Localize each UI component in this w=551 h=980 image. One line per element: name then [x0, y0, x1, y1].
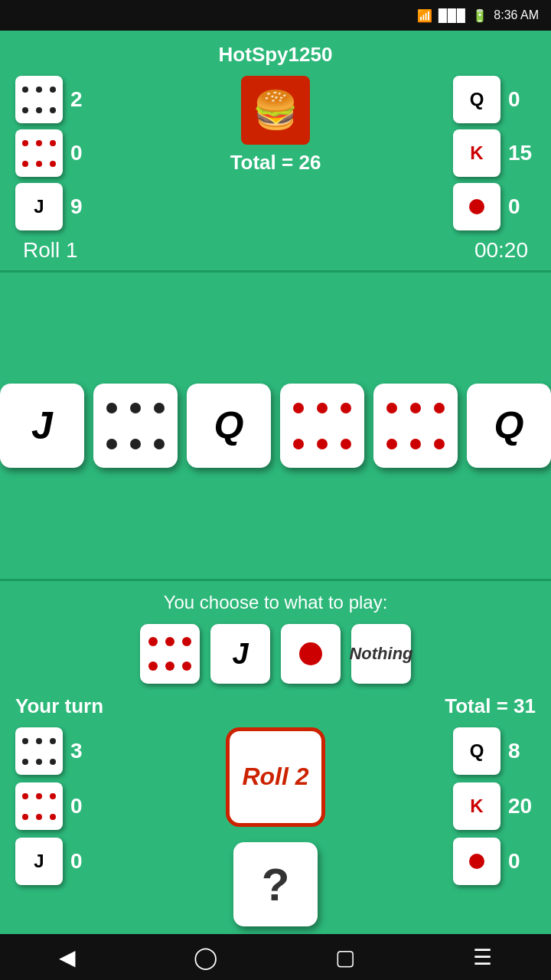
die-6black-large[interactable]: [93, 384, 178, 468]
score-q: 0: [508, 87, 536, 112]
roll2-label: Roll 2: [242, 763, 308, 790]
j-bottom-label: J: [34, 851, 44, 872]
dot-red: [341, 439, 351, 449]
center-info: 🍔 Total = 26: [230, 76, 321, 175]
nav-bar: ◀ ◯ ▢ ☰: [0, 934, 551, 980]
dot: [50, 87, 56, 93]
die-reddot-bottom: [453, 838, 500, 885]
dots-grid-large: [93, 384, 178, 468]
dot: [130, 403, 141, 413]
dot-red: [317, 403, 328, 413]
choice-j-button[interactable]: J: [210, 624, 270, 684]
total-display: Total = 26: [230, 151, 321, 175]
dot: [22, 738, 28, 744]
dot: [36, 87, 42, 93]
dot-red: [293, 439, 304, 449]
bottom-score-reddot: 0: [453, 838, 536, 885]
j-label: J: [34, 196, 44, 217]
nothing-label: Nothing: [349, 644, 412, 664]
recents-button[interactable]: ▢: [335, 945, 355, 970]
dot: [36, 738, 42, 744]
dot-red: [386, 439, 397, 449]
signal-icon: ▉▉▉: [439, 8, 466, 23]
die-reddot-top: [453, 183, 500, 230]
time-display: 8:36 AM: [494, 8, 539, 22]
dot: [22, 107, 28, 113]
score-j: 9: [70, 194, 98, 219]
dot-red: [317, 439, 328, 449]
dot-red: [22, 814, 28, 820]
dot-red: [22, 161, 28, 167]
dot-red: [182, 662, 191, 671]
dot-red: [386, 403, 397, 413]
choice-reddot-button[interactable]: [281, 624, 341, 684]
dot-red: [434, 439, 445, 449]
die-q-bottom: Q: [453, 727, 500, 775]
score-sixdots: 2: [70, 87, 98, 112]
right-scores: Q 0 K 15 0: [453, 76, 536, 230]
home-button[interactable]: ◯: [194, 945, 217, 970]
dot-red: [36, 793, 42, 799]
dot-red: [165, 662, 174, 671]
dot-red: [182, 637, 191, 646]
question-die: ?: [233, 842, 318, 926]
dot-red: [341, 403, 351, 413]
back-button[interactable]: ◀: [59, 945, 76, 970]
choice-buttons: J Nothing: [15, 624, 536, 684]
status-bar: 📶 ▉▉▉ 🔋 8:36 AM: [0, 0, 551, 31]
dot-red: [36, 814, 42, 820]
menu-button[interactable]: ☰: [473, 945, 492, 970]
bottom-left-scores: 3 0 J 0: [15, 727, 98, 885]
dot-red: [148, 662, 158, 671]
avatar: 🍔: [241, 76, 310, 145]
dot-red: [410, 403, 421, 413]
turn-total-row: Your turn Total = 31: [15, 694, 536, 718]
dots-grid: [15, 129, 63, 177]
choice-nothing-button[interactable]: Nothing: [351, 624, 411, 684]
bottom-score-sixdots-val: 3: [70, 739, 98, 763]
timer-display: 00:20: [474, 238, 528, 263]
die-q-large[interactable]: Q: [187, 384, 271, 468]
score-item-reddot: 0: [453, 183, 536, 230]
bottom-score-sixdots: 3: [15, 727, 98, 775]
battery-icon: 🔋: [472, 8, 487, 23]
k-bottom-label: K: [470, 795, 483, 817]
bottom-score-q: Q 8: [453, 727, 536, 775]
dot: [154, 403, 165, 413]
bottom-score-q-val: 8: [508, 739, 536, 763]
dot: [154, 439, 165, 449]
roll2-button[interactable]: Roll 2: [226, 727, 325, 827]
choose-text: You choose to what to play:: [15, 592, 536, 613]
die-j-large[interactable]: J: [0, 384, 84, 468]
dot-red: [434, 403, 445, 413]
dot-red: [293, 403, 304, 413]
your-turn-label: Your turn: [15, 694, 103, 718]
score-item-q: Q 0: [453, 76, 536, 123]
roll-timer-row: Roll 1 00:20: [15, 238, 536, 263]
choice-sixred-button[interactable]: [140, 624, 200, 684]
dice-area: J Q: [0, 273, 551, 579]
dot: [50, 759, 56, 765]
die-q2-large[interactable]: Q: [467, 384, 551, 468]
dot-red: [22, 140, 28, 146]
dots-grid: [15, 76, 63, 123]
die-6red2-large[interactable]: [373, 384, 458, 468]
score-item-j: J 9: [15, 183, 98, 230]
bottom-score-k: K 20: [453, 782, 536, 830]
bottom-right-scores: Q 8 K 20 0: [453, 727, 536, 885]
dot-red: [410, 439, 421, 449]
bottom-score-j-val: 0: [70, 849, 98, 874]
dot: [106, 439, 117, 449]
die-6red-large[interactable]: [280, 384, 364, 468]
bottom-score-area: 3 0 J 0: [15, 727, 536, 926]
j-choice-label: J: [232, 638, 248, 671]
die-sixred-bottom: [15, 782, 63, 830]
red-dot: [469, 199, 484, 214]
center-roll-area: Roll 2 ?: [226, 727, 325, 926]
dots-grid-large-red2: [373, 384, 458, 468]
dot-red: [165, 637, 174, 646]
bottom-score-j: J 0: [15, 838, 98, 885]
score-item-sixdots: 2: [15, 76, 98, 123]
dot-red: [148, 637, 158, 646]
score-sixred: 0: [70, 141, 98, 165]
